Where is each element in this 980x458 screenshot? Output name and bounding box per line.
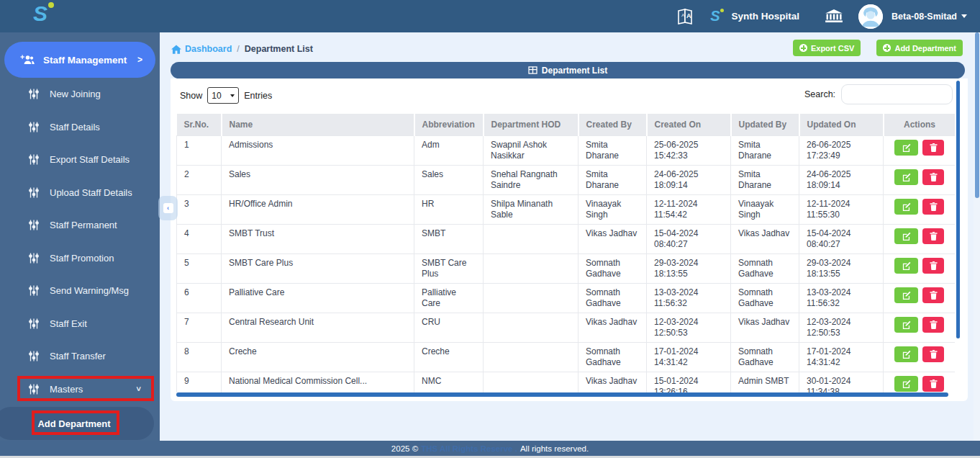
cell-abbr: Creche <box>414 343 484 372</box>
delete-button[interactable] <box>922 376 944 392</box>
column-header-name: Name <box>222 114 414 136</box>
sidebar-item-staff-permanent[interactable]: Staff Permanent <box>0 209 160 242</box>
edit-icon <box>902 261 911 270</box>
sidebar-item-masters[interactable]: Masters> <box>0 373 160 406</box>
column-header-updated-on: Updated On <box>799 114 884 136</box>
sidebar-item-upload-staff-details[interactable]: Upload Staff Details <box>0 176 160 210</box>
table-horizontal-scrollbar[interactable] <box>176 392 948 397</box>
app-logo[interactable]: S <box>33 1 54 26</box>
sidebar-subitem-add-department[interactable]: Add Department <box>0 407 154 440</box>
cell-updated_on: 29-03-2024 18:13:55 <box>799 254 884 284</box>
translate-icon[interactable]: ᆺ A <box>676 8 694 25</box>
breadcrumb-current: Department List <box>245 44 313 54</box>
cell-created_by: Vikas Jadhav <box>579 313 647 343</box>
sidebar-item-staff-promotion[interactable]: Staff Promotion <box>0 242 160 275</box>
cell-hod <box>484 372 579 393</box>
window-scrollbar-track[interactable] <box>974 32 980 458</box>
cell-actions <box>884 195 956 225</box>
delete-button[interactable] <box>922 258 944 274</box>
sliders-icon <box>29 187 39 198</box>
edit-button[interactable] <box>894 376 918 392</box>
edit-icon <box>902 202 911 211</box>
panel-title: Department List <box>542 66 607 76</box>
sidebar-collapse-toggle[interactable]: ‹ <box>158 196 178 220</box>
cell-abbr: HR <box>414 195 484 225</box>
cell-hod: Snehal Rangnath Saindre <box>484 166 579 195</box>
edit-icon <box>902 173 911 181</box>
cell-hod <box>484 343 579 372</box>
table-row: 3HR/Office AdminHRShilpa Minanath SableV… <box>177 195 956 225</box>
cell-updated_by: Admin SMBT <box>731 372 799 393</box>
cell-created_by: Somnath Gadhave <box>579 284 647 313</box>
cell-sr: 1 <box>177 136 222 166</box>
edit-button[interactable] <box>894 287 918 303</box>
cell-abbr: CRU <box>414 313 484 343</box>
sidebar-item-label: Staff Details <box>50 122 160 133</box>
search-control: Search: <box>804 84 953 104</box>
breadcrumb-dashboard-link[interactable]: Dashboard <box>171 44 232 54</box>
cell-actions <box>884 136 956 166</box>
table-vertical-scrollbar[interactable] <box>956 81 960 338</box>
trash-icon <box>930 261 938 270</box>
cell-abbr: SMBT <box>414 225 484 254</box>
delete-button[interactable] <box>922 317 944 333</box>
avatar[interactable] <box>858 4 883 29</box>
sidebar-item-export-staff-details[interactable]: Export Staff Details <box>0 143 160 176</box>
cell-name: Sales <box>222 166 414 195</box>
show-entries-control: Show 10 Entries <box>180 87 272 104</box>
column-header-created-on: Created On <box>647 114 731 136</box>
edit-button[interactable] <box>894 228 918 244</box>
cell-created_by: Vikas Jadhav <box>579 372 647 393</box>
edit-button[interactable] <box>894 169 918 185</box>
sidebar-item-label: Staff Transfer <box>50 351 160 362</box>
cell-hod <box>484 284 579 313</box>
edit-button[interactable] <box>894 346 918 362</box>
delete-button[interactable] <box>922 169 944 185</box>
delete-button[interactable] <box>922 287 944 303</box>
trash-icon <box>930 202 938 211</box>
department-table-container: Sr.No.NameAbbreviationDepartment HODCrea… <box>176 114 955 392</box>
sliders-icon <box>29 122 39 133</box>
cell-created_on: 15-01-2024 13:26:16 <box>647 372 731 393</box>
cell-updated_on: 30-01-2024 11:34:38 <box>799 372 884 393</box>
sidebar-item-staff-exit[interactable]: Staff Exit <box>0 307 160 341</box>
edit-button[interactable] <box>894 140 918 156</box>
search-input[interactable] <box>841 84 953 104</box>
window-scrollbar-thumb[interactable] <box>975 32 979 198</box>
sidebar-item-staff-transfer[interactable]: Staff Transfer <box>0 340 160 373</box>
sidebar-item-send-warning-msg[interactable]: Send Warning/Msg <box>0 274 160 307</box>
cell-actions <box>884 343 956 372</box>
user-name: Beta-08-Smitad <box>891 12 957 22</box>
cell-name: Palliative Care <box>222 284 414 313</box>
sidebar-item-staff-management[interactable]: Staff Management > <box>4 42 155 78</box>
cell-updated_by: Somnath Gadhave <box>731 254 799 284</box>
edit-button[interactable] <box>894 317 918 333</box>
export-csv-button[interactable]: Export CSV <box>793 40 861 56</box>
sliders-icon <box>29 384 39 395</box>
edit-button[interactable] <box>894 199 918 215</box>
sidebar-item-staff-details[interactable]: Staff Details <box>0 111 160 144</box>
hospital-logo-dot <box>720 9 724 12</box>
delete-button[interactable] <box>922 228 944 244</box>
institution-icon[interactable] <box>825 9 843 23</box>
cell-updated_on: 17-01-2024 14:31:42 <box>799 343 884 372</box>
cell-name: SMBT Trust <box>222 225 414 254</box>
edit-button[interactable] <box>894 258 918 274</box>
page-size-select[interactable]: 10 <box>207 87 239 104</box>
delete-button[interactable] <box>922 140 944 156</box>
delete-button[interactable] <box>922 199 944 215</box>
hospital-logo: S <box>710 8 724 24</box>
table-header-row: Sr.No.NameAbbreviationDepartment HODCrea… <box>177 114 956 136</box>
sliders-icon <box>29 220 39 230</box>
column-header-actions: Actions <box>884 114 956 136</box>
user-menu[interactable]: Beta-08-Smitad <box>891 12 967 22</box>
cell-sr: 2 <box>177 166 222 195</box>
add-department-button[interactable]: Add Department <box>876 40 963 56</box>
cell-sr: 5 <box>177 254 222 284</box>
sidebar-item-new-joining[interactable]: New Joining <box>0 78 160 111</box>
cell-created_by: Somnath Gadhave <box>579 254 647 284</box>
page-actions: Export CSV Add Department <box>793 40 963 56</box>
footer-link[interactable]: THS All Rights Reserve . <box>421 444 517 453</box>
delete-button[interactable] <box>922 346 944 362</box>
table-row: 9National Medical Commission Cell...NMCV… <box>177 372 956 393</box>
